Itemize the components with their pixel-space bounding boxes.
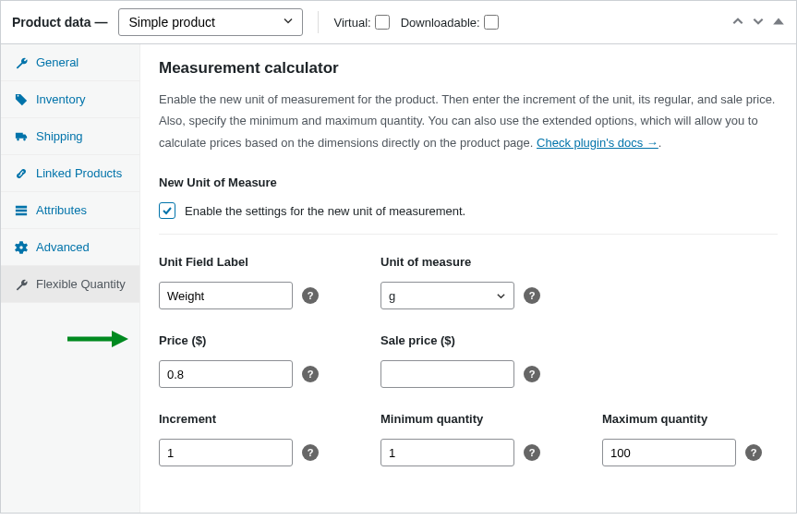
wrench-icon xyxy=(14,278,29,291)
sale-price-label: Sale price ($) xyxy=(380,333,584,347)
sidebar-item-flexible-quantity[interactable]: Flexible Quantity xyxy=(1,266,139,303)
checkbox-checked-icon[interactable] xyxy=(159,202,175,219)
unit-field-label-input[interactable] xyxy=(159,282,293,309)
desc-text: Enable the new unit of measurement for t… xyxy=(159,92,775,150)
price-input[interactable] xyxy=(159,360,293,388)
sidebar-item-advanced[interactable]: Advanced xyxy=(1,229,139,266)
sidebar-item-linked[interactable]: Linked Products xyxy=(1,155,139,192)
desc-after: . xyxy=(658,136,662,150)
enable-checkbox-row[interactable]: Enable the settings for the new unit of … xyxy=(159,202,778,219)
downloadable-checkbox-wrap[interactable]: Downloadable: xyxy=(401,15,499,30)
unit-field-label-label: Unit Field Label xyxy=(159,255,362,269)
wrench-icon xyxy=(14,56,29,69)
field-max-qty: Maximum quantity ? xyxy=(602,412,778,466)
help-icon[interactable]: ? xyxy=(524,444,540,461)
link-icon xyxy=(14,167,29,180)
truck-icon xyxy=(14,130,29,143)
pointer-arrow-wrap xyxy=(1,303,139,352)
field-sale-price: Sale price ($) ? xyxy=(380,333,584,388)
virtual-checkbox-wrap[interactable]: Virtual: xyxy=(333,15,389,30)
help-icon[interactable]: ? xyxy=(745,444,762,461)
sidebar-item-label: Attributes xyxy=(36,203,87,217)
field-price: Price ($) ? xyxy=(159,333,362,388)
sidebar-item-label: Shipping xyxy=(36,129,83,143)
virtual-checkbox[interactable] xyxy=(375,15,390,30)
field-min-qty: Minimum quantity ? xyxy=(380,412,584,466)
panel-toggle-icons xyxy=(731,15,785,30)
product-type-dropdown[interactable]: Simple product xyxy=(118,8,303,36)
help-icon[interactable]: ? xyxy=(524,366,540,382)
virtual-label: Virtual: xyxy=(333,16,370,30)
field-unit-label: Unit Field Label ? xyxy=(159,255,362,309)
unit-measure-select[interactable]: g xyxy=(380,282,514,309)
downloadable-checkbox[interactable] xyxy=(484,15,499,30)
chevron-down-icon xyxy=(496,291,506,301)
field-unit-measure: Unit of measure g ? xyxy=(380,255,584,309)
content-area: Measurement calculator Enable the new un… xyxy=(140,44,796,513)
docs-link[interactable]: Check plugin's docs → xyxy=(537,136,658,150)
sidebar-item-general[interactable]: General xyxy=(1,44,139,81)
sidebar: General Inventory Shipping Linked Produc… xyxy=(1,44,140,513)
tag-icon xyxy=(14,93,29,106)
product-data-panel: Product data — Simple product Virtual: D… xyxy=(0,0,797,514)
help-icon[interactable]: ? xyxy=(302,444,319,461)
panel-title: Product data — xyxy=(12,15,107,30)
increment-label: Increment xyxy=(159,412,362,426)
min-qty-input[interactable] xyxy=(380,439,514,466)
triangle-up-icon[interactable] xyxy=(772,15,785,30)
chevron-up-icon[interactable] xyxy=(731,15,744,30)
sidebar-item-inventory[interactable]: Inventory xyxy=(1,81,139,118)
panel-body: General Inventory Shipping Linked Produc… xyxy=(1,44,796,513)
sale-price-input[interactable] xyxy=(380,360,514,388)
chevron-down-icon[interactable] xyxy=(752,15,765,30)
unit-measure-label: Unit of measure xyxy=(380,255,584,269)
help-icon[interactable]: ? xyxy=(524,287,540,304)
sidebar-item-attributes[interactable]: Attributes xyxy=(1,192,139,229)
increment-input[interactable] xyxy=(159,439,293,466)
arrow-right-icon xyxy=(66,329,130,349)
product-type-select[interactable]: Simple product xyxy=(118,8,303,36)
gear-icon xyxy=(14,241,29,254)
max-qty-input[interactable] xyxy=(602,439,736,466)
divider xyxy=(159,234,778,235)
separator xyxy=(318,11,319,33)
sidebar-item-shipping[interactable]: Shipping xyxy=(1,118,139,155)
enable-checkbox-label: Enable the settings for the new unit of … xyxy=(185,204,465,218)
sidebar-item-label: Linked Products xyxy=(36,166,122,180)
field-increment: Increment ? xyxy=(159,412,362,466)
help-icon[interactable]: ? xyxy=(302,287,319,304)
content-heading: Measurement calculator xyxy=(159,59,778,78)
section-title: New Unit of Measure xyxy=(159,175,778,189)
unit-measure-value: g xyxy=(389,289,395,303)
sidebar-item-label: Advanced xyxy=(36,240,90,254)
sidebar-item-label: General xyxy=(36,55,78,69)
price-label: Price ($) xyxy=(159,333,362,347)
min-qty-label: Minimum quantity xyxy=(380,412,584,426)
sidebar-item-label: Inventory xyxy=(36,92,85,106)
list-icon xyxy=(14,204,29,217)
help-icon[interactable]: ? xyxy=(302,366,319,382)
max-qty-label: Maximum quantity xyxy=(602,412,778,426)
content-description: Enable the new unit of measurement for t… xyxy=(159,89,778,153)
panel-header: Product data — Simple product Virtual: D… xyxy=(1,1,796,44)
downloadable-label: Downloadable: xyxy=(401,16,480,30)
sidebar-item-label: Flexible Quantity xyxy=(36,277,126,291)
